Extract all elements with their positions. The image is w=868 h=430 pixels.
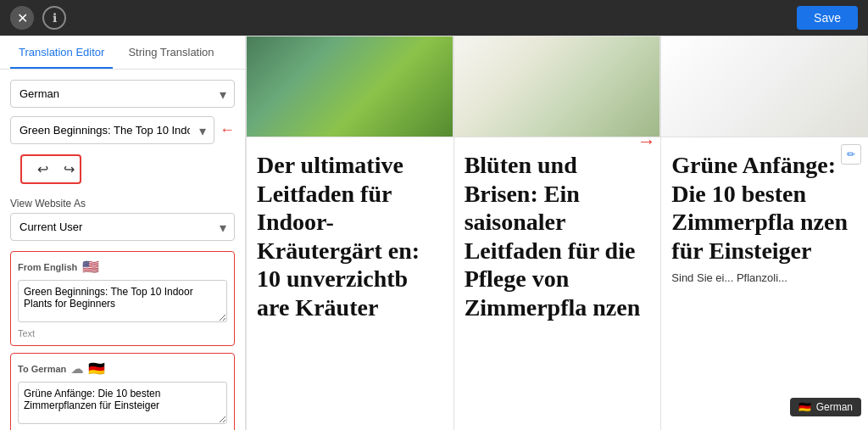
view-as-select-wrapper: Current User Guest Admin — [10, 213, 235, 241]
view-website-label: View Website As — [0, 191, 245, 213]
from-sub-label: Text — [18, 328, 227, 338]
post-selector-row: Green Beginnings: The Top 10 Indoor Plan… — [10, 116, 235, 144]
from-english-label: From English 🇺🇸 — [18, 259, 227, 275]
to-german-box: To German ☁ 🇩🇪 Grüne Anfänge: Die 10 bes… — [10, 353, 235, 430]
cloud-icon: ☁ — [71, 362, 83, 376]
panel-content: German French Spanish Green Beginnings: … — [0, 70, 245, 154]
language-select-wrapper: German French Spanish — [10, 80, 235, 108]
image-cell-3 — [660, 36, 868, 137]
to-german-textarea[interactable]: Grüne Anfänge: Die 10 besten Zimmerpflan… — [18, 382, 227, 424]
german-flag-badge: 🇩🇪 — [798, 401, 811, 413]
arrow-indicator: ← — [220, 121, 235, 139]
red-arrow-right-indicator: ← — [220, 121, 235, 139]
top-bar: ✕ ℹ Save — [0, 0, 868, 36]
image-1 — [247, 36, 453, 137]
col1-heading: Der ultimative Leitfaden für Indoor-Kräu… — [257, 151, 443, 322]
image-2 — [454, 36, 660, 137]
view-as-section: Current User Guest Admin — [0, 213, 245, 251]
text-col-3: ✏ Grüne Anfänge: Die 10 besten Zimmerpfl… — [660, 137, 868, 430]
image-cell-1 — [246, 36, 453, 137]
text-col-2: Blüten und Brisen: Ein saisonaler Leitfa… — [453, 137, 661, 430]
post-select[interactable]: Green Beginnings: The Top 10 Indoor Plan… — [10, 116, 214, 144]
next-button[interactable]: ↪ — [58, 159, 80, 179]
image-3 — [661, 36, 867, 137]
col3-heading: Grüne Anfänge: Die 10 besten Zimmerpfla … — [671, 151, 858, 265]
edit-icon-button[interactable]: ✏ — [841, 144, 861, 165]
nav-buttons: ↩ ↪ — [20, 154, 81, 184]
col2-heading: Blüten und Brisen: Ein saisonaler Leitfa… — [465, 151, 651, 322]
right-content: Der ultimative Leitfaden für Indoor-Kräu… — [246, 36, 868, 430]
to-german-label: To German ☁ 🇩🇪 — [18, 360, 227, 377]
tab-string-translation[interactable]: String Translation — [120, 36, 222, 69]
prev-button[interactable]: ↩ — [32, 159, 53, 179]
text-col-1: Der ultimative Leitfaden für Indoor-Kräu… — [246, 137, 453, 430]
image-cell-2 — [453, 36, 661, 137]
from-english-textarea[interactable]: Green Beginnings: The Top 10 Indoor Plan… — [18, 280, 227, 322]
language-select[interactable]: German French Spanish — [10, 80, 235, 108]
close-button[interactable]: ✕ — [10, 6, 34, 30]
us-flag: 🇺🇸 — [82, 259, 99, 275]
save-button[interactable]: Save — [797, 6, 858, 30]
main-layout: Translation Editor String Translation Ge… — [0, 36, 868, 430]
view-as-select[interactable]: Current User Guest Admin — [10, 213, 235, 241]
col3-subtext: Sind Sie ei... Pflanzoli... — [671, 271, 858, 284]
tab-translation-editor[interactable]: Translation Editor — [10, 36, 113, 69]
left-panel: Translation Editor String Translation Ge… — [0, 36, 246, 430]
tabs: Translation Editor String Translation — [0, 36, 245, 70]
from-english-box: From English 🇺🇸 Green Beginnings: The To… — [10, 251, 235, 346]
de-flag: 🇩🇪 — [88, 360, 105, 377]
german-badge-label: German — [816, 401, 853, 413]
post-select-wrapper: Green Beginnings: The Top 10 Indoor Plan… — [10, 116, 214, 144]
info-button[interactable]: ℹ — [42, 6, 66, 30]
red-arrow-up: ↑ — [637, 137, 659, 147]
german-badge: 🇩🇪 German — [790, 398, 861, 416]
